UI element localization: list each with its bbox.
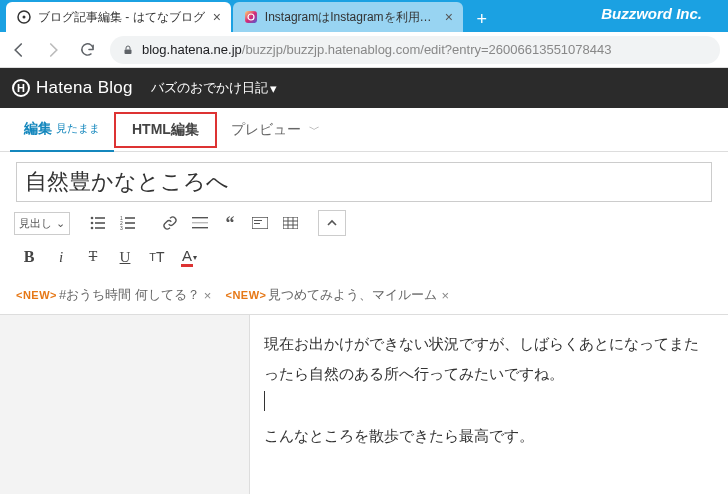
font-size-button[interactable]: TT	[142, 244, 172, 270]
tag-remove-icon[interactable]: ×	[204, 288, 212, 303]
editor-sidebar[interactable]	[0, 315, 250, 494]
svg-rect-10	[95, 227, 105, 229]
editor-body: 現在お出かけができない状況ですが、しばらくあとになってまた ったら自然のある所へ…	[0, 314, 728, 494]
browser-tab-active[interactable]: ブログ記事編集 - はてなブログ ×	[6, 2, 231, 32]
svg-rect-14	[125, 222, 135, 224]
svg-point-5	[91, 217, 94, 220]
body-line: ったら自然のある所へ行ってみたいですね。	[264, 361, 714, 387]
favicon-instagram	[243, 9, 259, 25]
italic-button[interactable]: i	[46, 244, 76, 270]
brand-label: Buzzword Inc.	[601, 5, 702, 22]
tab-preview-label: プレビュー	[231, 121, 301, 139]
tag-item[interactable]: <NEW> 見つめてみよう、マイルーム ×	[225, 286, 449, 304]
svg-rect-2	[245, 11, 257, 23]
favicon-hatena	[16, 9, 32, 25]
browser-tab-title: InstagramはInstagramを利用してい	[265, 9, 437, 26]
code-block-button[interactable]	[246, 210, 274, 236]
svg-rect-16	[125, 227, 135, 229]
body-line: 現在お出かけができない状況ですが、しばらくあとになってまた	[264, 331, 714, 357]
tab-html[interactable]: HTML編集	[114, 112, 217, 148]
read-more-button[interactable]	[186, 210, 214, 236]
svg-rect-6	[95, 217, 105, 219]
browser-tab-title: ブログ記事編集 - はてなブログ	[38, 9, 205, 26]
tags-row: <NEW> #おうち時間 何してる？ × <NEW> 見つめてみよう、マイルーム…	[0, 280, 728, 314]
body-line: こんなところを散歩できたら最高です。	[264, 423, 714, 449]
svg-rect-18	[192, 222, 208, 223]
tab-compose-label: 編集	[24, 120, 52, 138]
close-icon[interactable]: ×	[445, 9, 453, 25]
toolbar-row-2: B i T U TT A▾	[0, 242, 728, 280]
svg-point-7	[91, 222, 94, 225]
numbered-list-button[interactable]: 123	[114, 210, 142, 236]
tag-remove-icon[interactable]: ×	[441, 288, 449, 303]
svg-point-1	[23, 16, 26, 19]
editor-content[interactable]: 現在お出かけができない状況ですが、しばらくあとになってまた ったら自然のある所へ…	[250, 315, 728, 494]
text-cursor	[264, 391, 265, 411]
lock-icon	[122, 44, 134, 56]
svg-rect-17	[192, 217, 208, 218]
back-button[interactable]	[8, 39, 30, 61]
svg-rect-21	[254, 220, 262, 221]
quote-button[interactable]: “	[216, 210, 244, 236]
tag-text: #おうち時間 何してる？	[59, 286, 200, 304]
svg-rect-4	[125, 49, 132, 54]
reload-button[interactable]	[76, 39, 98, 61]
table-button[interactable]	[276, 210, 304, 236]
tab-html-label: HTML編集	[132, 121, 199, 139]
svg-rect-19	[192, 227, 208, 228]
strike-button[interactable]: T	[78, 244, 108, 270]
edit-tabs: 編集 見たまま HTML編集 プレビュー ﹀	[0, 108, 728, 152]
chevron-down-icon: ▾	[270, 81, 277, 96]
url-field[interactable]: blog.hatena.ne.jp/buzzjp/buzzjp.hatenabl…	[110, 36, 720, 64]
hatena-header: H Hatena Blog バズのおでかけ日記 ▾	[0, 68, 728, 108]
tag-new-badge: <NEW>	[16, 289, 57, 301]
url-host: blog.hatena.ne.jp	[142, 42, 242, 57]
tag-item[interactable]: <NEW> #おうち時間 何してる？ ×	[16, 286, 211, 304]
browser-tab-inactive[interactable]: InstagramはInstagramを利用してい ×	[233, 2, 463, 32]
tab-preview[interactable]: プレビュー ﹀	[217, 108, 334, 152]
chevron-down-icon: ⌄	[56, 217, 65, 230]
forward-button[interactable]	[42, 39, 64, 61]
url-path: /buzzjp/buzzjp.hatenablog.com/edit?entry…	[242, 42, 612, 57]
hatena-logo[interactable]: H Hatena Blog	[12, 78, 133, 98]
heading-select[interactable]: 見出し⌄	[14, 212, 70, 235]
bullet-list-button[interactable]	[84, 210, 112, 236]
tab-compose-sub: 見たまま	[56, 121, 100, 136]
tag-new-badge: <NEW>	[225, 289, 266, 301]
tag-text: 見つめてみよう、マイルーム	[268, 286, 437, 304]
font-color-button[interactable]: A▾	[174, 244, 204, 270]
hatena-logo-text: Hatena Blog	[36, 78, 133, 98]
svg-text:3: 3	[120, 225, 123, 230]
new-tab-button[interactable]: +	[469, 6, 495, 32]
svg-point-9	[91, 227, 94, 230]
blog-selector[interactable]: バズのおでかけ日記 ▾	[151, 79, 277, 97]
underline-button[interactable]: U	[110, 244, 140, 270]
collapse-button[interactable]	[318, 210, 346, 236]
svg-rect-22	[254, 223, 260, 224]
address-bar: blog.hatena.ne.jp/buzzjp/buzzjp.hatenabl…	[0, 32, 728, 68]
post-title-input[interactable]	[16, 162, 712, 202]
svg-rect-23	[283, 217, 298, 229]
chevron-down-icon: ﹀	[309, 122, 320, 137]
blog-name: バズのおでかけ日記	[151, 79, 268, 97]
tab-compose[interactable]: 編集 見たまま	[10, 108, 114, 152]
link-button[interactable]	[156, 210, 184, 236]
svg-rect-8	[95, 222, 105, 224]
close-icon[interactable]: ×	[213, 9, 221, 25]
hatena-logo-icon: H	[12, 79, 30, 97]
toolbar-row-1: 見出し⌄ 123 “	[0, 210, 728, 242]
svg-rect-12	[125, 217, 135, 219]
bold-button[interactable]: B	[14, 244, 44, 270]
